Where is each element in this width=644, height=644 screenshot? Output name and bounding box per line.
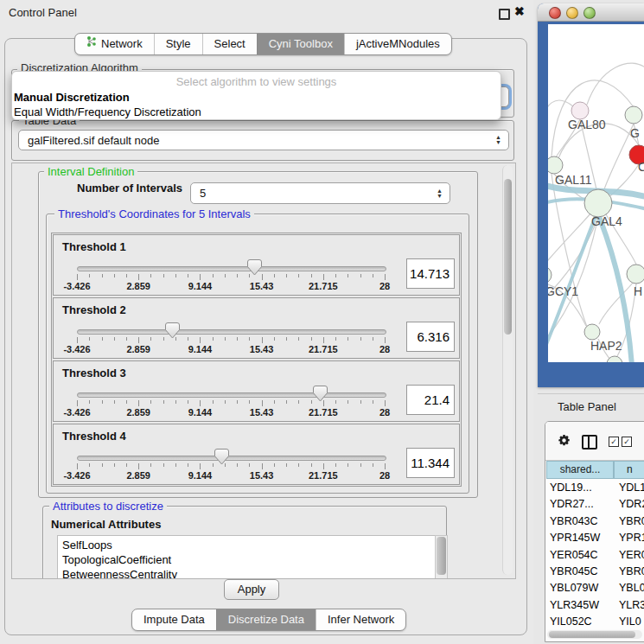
- slider-tick: [335, 274, 336, 277]
- table-row[interactable]: YBR043CYBR0: [546, 513, 644, 530]
- network-window-titlebar[interactable]: [538, 3, 644, 22]
- table-cell[interactable]: YLR3: [616, 597, 644, 614]
- slider-tick: [385, 274, 386, 280]
- horizontal-scrollbar-thumb[interactable]: [549, 631, 635, 638]
- tab-discretize-data[interactable]: Discretize Data: [216, 609, 316, 630]
- vertical-scrollbar[interactable]: [502, 165, 513, 575]
- table-row[interactable]: YIL052CYIL0: [546, 614, 644, 629]
- threshold-1-value-field[interactable]: 14.713: [406, 258, 455, 289]
- attribute-item[interactable]: SelfLoops: [58, 538, 436, 552]
- attribute-item[interactable]: TopologicalCoefficient: [58, 552, 436, 567]
- gal4-node[interactable]: [584, 189, 612, 217]
- slider-track[interactable]: [77, 392, 386, 398]
- slider-scale-label: 21.715: [297, 281, 349, 291]
- attributes-list-scrollbar-thumb[interactable]: [437, 537, 446, 575]
- numerical-attributes-list[interactable]: SelfLoopsTopologicalCoefficientBetweenne…: [57, 535, 437, 579]
- slider-scale-label: 15.43: [236, 344, 288, 354]
- slider-thumb[interactable]: [313, 386, 328, 402]
- threshold-rows-container: Threshold 1 -3.4262.8599.14415.4321.7152…: [51, 233, 462, 487]
- clipped-node-bottom[interactable]: [607, 356, 622, 362]
- table-cell[interactable]: YPR145W: [546, 530, 616, 546]
- table-row[interactable]: YDR27...YDR2: [546, 496, 644, 513]
- network-view-window[interactable]: GAL80GCGAL11GAL4GCY1HHAP2: [538, 3, 644, 387]
- threshold-2-value-field[interactable]: 6.316: [406, 322, 455, 352]
- table-cell[interactable]: YDR2: [616, 496, 644, 513]
- table-cell[interactable]: YER054C: [546, 547, 616, 564]
- network-canvas[interactable]: GAL80GCGAL11GAL4GCY1HHAP2: [548, 24, 644, 362]
- clipped-node-top[interactable]: [625, 106, 642, 124]
- table-cell[interactable]: YBR043C: [546, 513, 616, 530]
- table-cell[interactable]: YBL0: [616, 580, 644, 596]
- slider-tick: [311, 337, 312, 341]
- h-node[interactable]: [627, 265, 644, 284]
- gear-icon[interactable]: [558, 434, 571, 450]
- tab-impute-data[interactable]: Impute Data: [132, 609, 216, 630]
- slider-track[interactable]: [77, 266, 386, 271]
- table-data-combobox[interactable]: galFiltered.sif default node ▲▼: [18, 130, 509, 150]
- checkbox-icon[interactable]: ✓: [622, 437, 632, 447]
- tab-infer-network[interactable]: Infer Network: [316, 609, 405, 630]
- slider-tick: [126, 463, 127, 467]
- tab-select[interactable]: Select: [202, 34, 257, 54]
- table-cell[interactable]: YBR045C: [546, 564, 616, 580]
- gcy1-node[interactable]: [548, 266, 552, 284]
- slider-tick: [385, 463, 386, 469]
- float-window-icon[interactable]: [499, 9, 510, 20]
- table-row[interactable]: YDL19...YDL1: [546, 480, 644, 496]
- tab-network[interactable]: Network: [75, 34, 154, 54]
- table-cell[interactable]: YBR0: [616, 513, 644, 530]
- tab-cyni-toolbox[interactable]: Cyni Toolbox: [257, 34, 344, 54]
- table-row[interactable]: YPR145WYPR1: [546, 530, 644, 546]
- table-row[interactable]: YBL079WYBL0: [546, 580, 644, 596]
- table-cell[interactable]: YBL079W: [546, 580, 616, 596]
- attribute-item[interactable]: BetweennessCentrality: [58, 567, 436, 579]
- threshold-2-slider[interactable]: -3.4262.8599.14415.4321.71528: [77, 322, 385, 357]
- table-row[interactable]: YBR045CYBR0: [546, 564, 644, 580]
- table-cell[interactable]: YBR0: [616, 564, 644, 580]
- gal80-node[interactable]: [571, 102, 589, 119]
- table-row[interactable]: YLR345WYLR3: [546, 597, 644, 614]
- checkbox-icon[interactable]: ✓: [609, 437, 619, 447]
- slider-thumb[interactable]: [214, 449, 229, 465]
- attributes-list-scrollbar[interactable]: [435, 535, 448, 579]
- table-row[interactable]: YER054CYER0: [546, 547, 644, 564]
- tab-jactivemnodules[interactable]: jActiveMNodules: [344, 34, 451, 54]
- slider-thumb[interactable]: [247, 259, 262, 276]
- threshold-1-slider[interactable]: -3.4262.8599.14415.4321.71528: [77, 259, 385, 294]
- table-cell[interactable]: YIL0: [616, 614, 644, 629]
- number-of-intervals-combobox[interactable]: 5 ▲▼: [190, 182, 450, 204]
- table-cell[interactable]: YDL1: [616, 480, 644, 496]
- apply-button[interactable]: Apply: [224, 579, 279, 600]
- table-cell[interactable]: YLR345W: [546, 597, 616, 614]
- threshold-3-value-field[interactable]: 21.4: [406, 385, 455, 415]
- hap2-node[interactable]: [584, 324, 600, 340]
- vertical-scrollbar-thumb[interactable]: [504, 179, 512, 335]
- threshold-3-slider[interactable]: -3.4262.8599.14415.4321.71528: [77, 386, 385, 420]
- table-cell[interactable]: YPR1: [616, 530, 644, 546]
- table-cell[interactable]: YDL19...: [546, 480, 616, 496]
- zoom-traffic-light-icon[interactable]: [583, 7, 596, 19]
- table-cell[interactable]: YIL052C: [546, 614, 616, 629]
- table-panel-toolbar: ✓ ✓: [545, 422, 644, 461]
- algorithm-option-manual[interactable]: Manual Discretization: [12, 90, 501, 105]
- gal11-node[interactable]: [548, 156, 563, 174]
- column-header-name[interactable]: n: [614, 461, 644, 479]
- columns-icon[interactable]: [582, 435, 597, 450]
- slider-track[interactable]: [77, 456, 386, 461]
- threshold-4-value-field[interactable]: 11.344: [406, 448, 455, 478]
- slider-thumb[interactable]: [165, 322, 180, 339]
- table-rows[interactable]: YDL19...YDL1YDR27...YDR2YBR043CYBR0YPR14…: [546, 480, 644, 629]
- horizontal-scrollbar[interactable]: [547, 630, 642, 639]
- close-traffic-light-icon[interactable]: [549, 7, 561, 19]
- algorithm-option-equal-width[interactable]: Equal Width/Frequency Discretization: [12, 105, 501, 119]
- minimize-traffic-light-icon[interactable]: [566, 7, 578, 19]
- tab-jactivemnodules-label: jActiveMNodules: [356, 34, 440, 54]
- table-cell[interactable]: YER0: [616, 547, 644, 564]
- column-header-shared-name[interactable]: shared...: [546, 461, 614, 479]
- slider-tick: [335, 337, 336, 341]
- slider-track[interactable]: [77, 329, 386, 335]
- close-icon[interactable]: ✖: [514, 4, 525, 18]
- tab-style[interactable]: Style: [154, 34, 202, 54]
- threshold-4-slider[interactable]: -3.4262.8599.14415.4321.71528: [77, 449, 385, 483]
- table-cell[interactable]: YDR27...: [546, 496, 616, 513]
